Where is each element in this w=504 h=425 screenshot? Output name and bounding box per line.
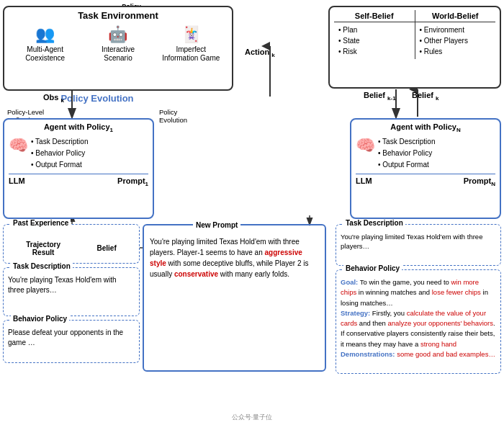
task-desc-right-text: You're playing limited Texas Hold'em wit… <box>341 232 496 251</box>
self-item-plan: • Plan <box>338 24 410 35</box>
agentN-llm: LLM <box>356 176 372 187</box>
world-item-rules: • Rules <box>420 46 492 57</box>
conservative-text: conservative <box>174 270 218 278</box>
multi-agent-icon-item: 👥 Multi-AgentCoexistence <box>13 25 78 63</box>
multi-agent-label: Multi-AgentCoexistence <box>25 45 65 63</box>
policy-evolution-label: PolicyEvolution <box>159 108 187 124</box>
strong-hand-text: strong hand <box>420 340 456 348</box>
imperfect-icon: 🃏 <box>181 25 201 44</box>
world-belief-items: • Environment • Other Players • Rules <box>415 22 496 59</box>
task-env-title: Task Environment <box>9 10 228 21</box>
lose-chips-text: lose fewer chips <box>432 288 481 296</box>
agentN-item2: • Behavior Policy <box>378 148 435 159</box>
multi-agent-icon: 👥 <box>35 25 55 44</box>
task-environment-box: Task Environment 👥 Multi-AgentCoexistenc… <box>3 6 233 91</box>
task-desc-left-box: Task Description You're playing Texas Ho… <box>3 267 140 316</box>
world-item-env: • Environment <box>420 24 492 35</box>
agent1-item2: • Behavior Policy <box>31 148 88 159</box>
self-item-state: • State <box>338 35 410 46</box>
beh-pol-left-text: Please defeat your opponents in the game… <box>8 328 135 348</box>
interactive-label: InteractiveScenario <box>102 45 135 63</box>
new-prompt-header-label: New Prompt <box>193 220 240 231</box>
agentN-body: 🧠 • Task Description • Behavior Policy •… <box>356 136 495 171</box>
agentN-subscript: N <box>456 127 461 133</box>
agent1-footer: LLM Prompt1 <box>9 174 148 187</box>
belief1-sub: k-1 <box>387 95 396 102</box>
agent1-nn-icon: 🧠 <box>9 136 28 155</box>
agent1-subscript: 1 <box>110 127 113 133</box>
interactive-icon: 🤖 <box>108 25 127 44</box>
interactive-icon-item: 🤖 InteractiveScenario <box>86 25 150 63</box>
belief-item-label: Belief <box>97 244 117 252</box>
beh-pol-left-label: Behavior Policy <box>11 315 69 323</box>
task-desc-right-box: Task Description You're playing limited … <box>336 224 501 266</box>
agent1-list: • Task Description • Behavior Policy • O… <box>31 136 88 171</box>
trajectory-result-label: TrajectoryResult <box>26 241 60 256</box>
agentN-prompt: PromptN <box>464 176 495 187</box>
self-item-risk: • Risk <box>338 46 410 57</box>
demo-text: some good and bad examples… <box>397 350 495 358</box>
agent1-title: Agent with Policy1 <box>9 122 148 133</box>
task-env-icons: 👥 Multi-AgentCoexistence 🤖 InteractiveSc… <box>9 25 228 63</box>
agent1-prompt: Prompt1 <box>117 176 148 187</box>
action-label: Action k <box>245 48 275 58</box>
beh-pol-right-box: Behavior Policy Goal: To win the game, y… <box>336 269 501 374</box>
belief2-sub: k <box>436 95 438 102</box>
agent1-item1: • Task Description <box>31 136 88 148</box>
agent1-llm: LLM <box>9 176 25 187</box>
policy-evo-title: Policy Evolution <box>0 93 194 104</box>
obs-sub: k <box>60 97 63 104</box>
beh-pol-left-box: Behavior Policy Please defeat your oppon… <box>3 320 140 363</box>
belief-body: • Plan • State • Risk • Environment • Ot… <box>334 22 495 59</box>
imperfect-label: ImperfectInformation Game <box>162 45 220 63</box>
agentN-list: • Task Description • Behavior Policy • O… <box>378 136 435 171</box>
past-experience-box: Past Experience TrajectoryResult Belief <box>3 224 140 264</box>
new-prompt-box: New Prompt You're playing limited Texas … <box>143 224 326 372</box>
agentN-box: Agent with PolicyN 🧠 • Task Description … <box>350 118 501 219</box>
belief1-label: Belief k-1 <box>364 91 396 102</box>
agent1-box: Agent with Policy1 🧠 • Task Description … <box>3 118 154 219</box>
world-item-players: • Other Players <box>420 35 492 46</box>
imperfect-icon-item: 🃏 ImperfectInformation Game <box>158 25 223 63</box>
agentN-item3: • Output Format <box>378 159 435 171</box>
beh-pol-right-content: Goal: To win the game, you need to win m… <box>341 277 496 359</box>
belief2-label: Belief k <box>412 91 438 102</box>
task-desc-right-label: Task Description <box>343 219 405 227</box>
watermark: 公众号·量子位 <box>232 413 273 422</box>
agent1-item3: • Output Format <box>31 159 88 171</box>
task-desc-left-label: Task Description <box>11 262 73 270</box>
obs-label: Obs k <box>43 93 64 104</box>
agentN-title: Agent with PolicyN <box>356 122 495 133</box>
agentN-nn-icon: 🧠 <box>356 136 375 155</box>
strategy-label: Strategy: <box>341 309 370 317</box>
action-sub: k <box>271 52 274 58</box>
task-desc-left-text: You're playing Texas Hold'em with three … <box>8 275 135 295</box>
self-belief-header: Self-Belief <box>334 10 415 22</box>
analyze-text: analyze your opponents' behaviors <box>388 319 494 327</box>
self-belief-items: • Plan • State • Risk <box>334 22 415 59</box>
demo-label: Demonstrations: <box>341 350 395 358</box>
diagram: Task Environment 👥 Multi-AgentCoexistenc… <box>0 3 504 425</box>
agentN-item1: • Task Description <box>378 136 435 148</box>
aggressive-text: aggressive style <box>150 249 302 267</box>
goal-label: Goal: <box>341 278 358 286</box>
belief-header: Self-Belief World-Belief <box>334 10 495 22</box>
agentN-footer: LLM PromptN <box>356 174 495 187</box>
beh-pol-right-label: Behavior Policy <box>343 264 402 272</box>
new-prompt-text: You're playing limited Texas Hold'em wit… <box>150 236 319 279</box>
past-experience-items: TrajectoryResult Belief <box>8 232 135 264</box>
beliefs-box: Self-Belief World-Belief • Plan • State … <box>328 6 501 89</box>
world-belief-header: World-Belief <box>415 10 496 22</box>
agent1-body: 🧠 • Task Description • Behavior Policy •… <box>9 136 148 171</box>
past-experience-label: Past Experience <box>11 219 71 227</box>
